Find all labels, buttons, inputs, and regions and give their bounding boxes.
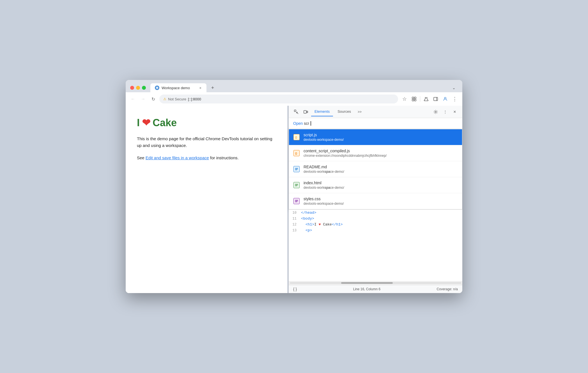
devtools-close-button[interactable]: × xyxy=(451,108,459,116)
file-path-content-script: chrome-extension://noondiphcddnnabmjcihc… xyxy=(304,154,387,158)
nav-actions: ☆ xyxy=(400,95,459,103)
scroll-bar[interactable] xyxy=(289,281,462,285)
maximize-button[interactable] xyxy=(142,86,146,90)
see-label: See xyxy=(137,155,146,160)
address-bar[interactable]: ⚠ Not Secure [::]:8000 xyxy=(159,95,398,103)
search-query: scr xyxy=(304,121,309,126)
tab-close-button[interactable]: × xyxy=(199,86,202,90)
css-file-icon xyxy=(293,198,300,204)
cursor-indicator xyxy=(309,121,311,126)
new-tab-button[interactable]: + xyxy=(209,84,217,92)
svg-text:{}: {} xyxy=(295,136,297,139)
js-file-icon: {} xyxy=(293,134,300,140)
bookmark-button[interactable]: ☆ xyxy=(400,95,409,103)
after-link-text: for instructions. xyxy=(209,155,239,160)
svg-rect-18 xyxy=(295,168,298,169)
svg-text:{}: {} xyxy=(295,152,297,155)
file-path-readme: devtools-workspace-demo/ xyxy=(304,170,344,174)
scroll-track xyxy=(290,282,461,284)
file-info-script-js: script.js devtools-workspace-demo/ xyxy=(304,133,344,142)
svg-rect-1 xyxy=(412,97,414,99)
search-text: Open scr xyxy=(293,121,311,126)
status-line-col: Line 16, Column 6 xyxy=(353,287,380,291)
svg-rect-10 xyxy=(304,110,306,113)
security-warning-icon: ⚠ xyxy=(163,97,166,101)
svg-rect-4 xyxy=(414,99,416,101)
js-ext-file-icon: {} xyxy=(293,150,300,156)
more-tabs-button[interactable]: >> xyxy=(355,109,364,115)
sidebar-button[interactable] xyxy=(431,95,440,103)
back-button[interactable]: ← xyxy=(129,95,137,103)
page-body-text: This is the demo page for the official C… xyxy=(137,135,276,149)
experiments-button[interactable] xyxy=(422,95,430,103)
line-content-13: <p> xyxy=(301,228,312,232)
file-item-readme[interactable]: README.md devtools-workspace-demo/ xyxy=(289,161,462,177)
devtools-status-bar: { } Line 16, Column 6 Coverage: n/a xyxy=(289,285,462,293)
file-path-index-html: devtools-workspace-demo/ xyxy=(304,186,344,190)
status-coverage: Coverage: n/a xyxy=(437,287,458,291)
file-path-script-js: devtools-workspace-demo/ xyxy=(304,138,344,142)
devtools-panel: Elements Sources >> ⋮ × Open s xyxy=(288,106,462,293)
tab-sources[interactable]: Sources xyxy=(334,107,354,116)
line-number-11: 11 xyxy=(289,217,301,221)
file-list: {} script.js devtools-workspace-demo/ {} xyxy=(289,129,462,209)
svg-rect-11 xyxy=(307,111,308,113)
file-item-content-script[interactable]: {} content_script_compiled.js chrome-ext… xyxy=(289,145,462,161)
md-file-icon xyxy=(293,166,300,172)
file-name-styles-css: styles.css xyxy=(304,197,344,201)
nav-divider xyxy=(420,96,420,102)
file-info-readme: README.md devtools-workspace-demo/ xyxy=(304,165,344,174)
file-name-content-script: content_script_compiled.js xyxy=(304,149,387,153)
extensions-button[interactable] xyxy=(410,95,418,103)
code-line-10: 10 </head> xyxy=(289,210,462,216)
profile-button[interactable] xyxy=(441,95,449,103)
reload-button[interactable]: ↻ xyxy=(149,95,157,103)
file-name-readme: README.md xyxy=(304,165,344,169)
devtools-toolbar: Elements Sources >> ⋮ × xyxy=(289,106,462,118)
minimize-button[interactable] xyxy=(136,86,140,90)
file-item-styles-css[interactable]: styles.css devtools-workspace-demo/ xyxy=(289,193,462,209)
file-info-index-html: index.html devtools-workspace-demo/ xyxy=(304,181,344,190)
code-line-13: 13 <p> xyxy=(289,227,462,233)
forward-button[interactable]: → xyxy=(139,95,147,103)
devtools-more-button[interactable]: ⋮ xyxy=(441,108,449,116)
not-secure-label: Not Secure xyxy=(168,97,186,101)
more-menu-button[interactable]: ⋮ xyxy=(451,95,459,103)
title-bar: Workspace demo × + ⌄ xyxy=(126,80,462,92)
svg-rect-9 xyxy=(294,110,296,112)
device-toggle-button[interactable] xyxy=(302,108,310,116)
svg-point-0 xyxy=(156,87,158,89)
devtools-settings-button[interactable] xyxy=(431,108,440,116)
search-area: Open scr xyxy=(289,118,462,129)
html-file-icon xyxy=(293,182,300,188)
inspect-element-button[interactable] xyxy=(292,108,300,116)
tab-dropdown-button[interactable]: ⌄ xyxy=(450,84,458,91)
workspace-link[interactable]: Edit and save files in a workspace xyxy=(146,155,209,160)
svg-point-8 xyxy=(444,97,446,99)
tab-elements[interactable]: Elements xyxy=(311,107,333,116)
browser-window: Workspace demo × + ⌄ ← → ↻ ⚠ Not Secure … xyxy=(126,80,462,293)
svg-rect-3 xyxy=(412,99,414,101)
line-number-12: 12 xyxy=(289,223,301,227)
active-tab[interactable]: Workspace demo × xyxy=(150,83,206,92)
svg-rect-20 xyxy=(295,170,297,170)
svg-rect-6 xyxy=(434,97,438,101)
status-curly-braces: { } xyxy=(293,287,297,291)
file-path-styles-css: devtools-workspace-demo/ xyxy=(304,202,344,206)
svg-rect-2 xyxy=(414,97,416,99)
svg-rect-28 xyxy=(295,202,297,202)
file-item-script-js[interactable]: {} script.js devtools-workspace-demo/ xyxy=(289,129,462,145)
code-line-12: 12 <h1>I ♥ Cake</h1> xyxy=(289,222,462,227)
scroll-thumb[interactable] xyxy=(341,282,392,284)
navigation-bar: ← → ↻ ⚠ Not Secure [::]:8000 ☆ xyxy=(126,92,462,106)
tab-title: Workspace demo xyxy=(162,86,196,90)
file-name-index-html: index.html xyxy=(304,181,344,185)
tab-favicon xyxy=(155,86,159,90)
line-number-13: 13 xyxy=(289,229,301,232)
svg-rect-27 xyxy=(295,201,298,201)
heading-cake: Cake xyxy=(153,117,177,129)
file-item-index-html[interactable]: index.html devtools-workspace-demo/ xyxy=(289,177,462,193)
svg-rect-23 xyxy=(295,185,298,185)
line-content-10: </head> xyxy=(301,211,316,215)
close-button[interactable] xyxy=(130,86,134,90)
